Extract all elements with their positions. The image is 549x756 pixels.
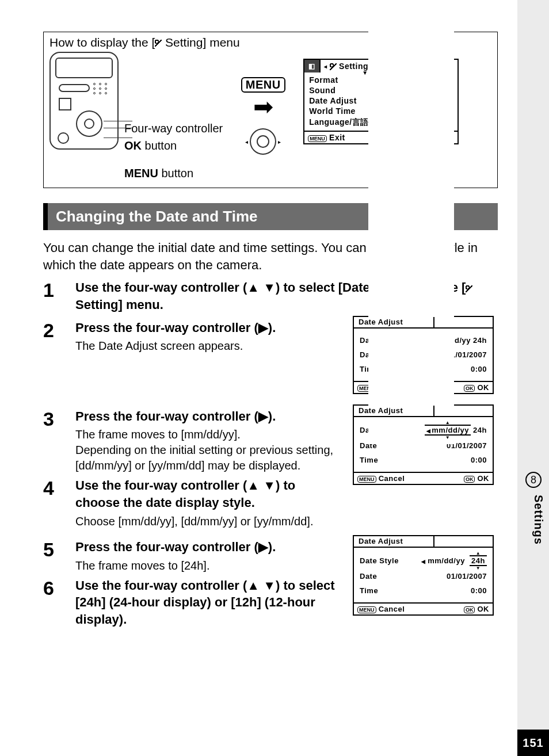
down-triangle-icon — [263, 478, 276, 492]
lcd-time-value: 0:00 — [471, 365, 487, 373]
lcd-row-time-label: Time — [360, 456, 378, 464]
lcd-time-value: 0:00 — [471, 456, 487, 464]
fourway-label: Four-way controller — [124, 120, 223, 137]
step-number: 3 — [43, 408, 63, 474]
step-desc: Choose [mm/dd/yy], [dd/mm/yy] or [yy/mm/… — [75, 514, 342, 529]
wrench-icon — [330, 62, 337, 71]
ok-suffix: button — [142, 139, 177, 152]
menu-item-format: Format — [309, 75, 338, 85]
chapter-title: Settings — [532, 495, 545, 545]
step-heading: Press the four-way controller (). — [75, 408, 342, 425]
lcd-ok: OK — [478, 605, 490, 613]
exit-label: Exit — [329, 133, 345, 142]
wrench-icon — [466, 280, 472, 295]
menu-item-date-adjust: Date Adjust — [309, 96, 357, 105]
step-number: 5 — [43, 539, 63, 574]
step-desc: The frame moves to [mm/dd/yy]. Depending… — [75, 427, 342, 474]
up-triangle-icon — [247, 478, 260, 492]
lcd-title: Date Adjust — [354, 317, 434, 327]
menu-suffix: button — [158, 167, 193, 180]
menu-item-world-time: World Time — [309, 106, 356, 116]
menu-item-language: Language/言語 — [309, 117, 369, 128]
setting-page-indicator: 1/3 — [368, 0, 454, 444]
wrench-icon — [155, 36, 162, 49]
ok-pill-icon: OK — [464, 385, 475, 392]
lcd-hour-value: 24h — [473, 426, 487, 434]
right-triangle-icon — [258, 409, 268, 423]
right-triangle-icon — [258, 540, 268, 554]
ok-pill-icon: OK — [464, 476, 475, 483]
step-number: 1 — [43, 279, 63, 313]
lcd-row-date-label: Date — [360, 572, 377, 581]
step-number: 2 — [43, 319, 63, 354]
lcd-row-style-label: Date Style — [360, 556, 399, 565]
camera-tab-icon: ◧ — [304, 60, 321, 72]
step-desc: The frame moves to [24h]. — [75, 558, 342, 574]
lcd-cancel: Cancel — [379, 474, 405, 483]
howto-title-prefix: How to display the [ — [49, 36, 155, 49]
up-triangle-icon — [247, 578, 260, 593]
down-caret-icon: ▼ — [362, 70, 368, 76]
lcd-date-value: 01/01/2007 — [447, 572, 487, 581]
menu-pill-icon: MENU — [357, 476, 376, 483]
date-adjust-preview-2: Date Adjust Date Style ▲ ◀mm/dd/yy ▼ 24h — [353, 404, 494, 485]
up-triangle-icon — [247, 280, 260, 295]
step-heading: Use the four-way controller ( ) to selec… — [75, 577, 342, 628]
date-adjust-preview-3: Date Adjust Date Style ◀ mm/dd/yy ▲ 24h … — [353, 535, 494, 616]
chapter-number-badge: 8 — [525, 472, 542, 488]
setting-menu-preview: ◧ ◂ Setting 1/3 ▼ Format Sound — [303, 59, 459, 144]
right-triangle-icon — [258, 320, 268, 335]
ok-pill-icon: OK — [464, 606, 475, 613]
lcd-time-value: 0:00 — [471, 586, 487, 595]
step-heading: Use the four-way controller ( ) to choos… — [75, 477, 342, 511]
lcd-hour-highlight: ▲ 24h ▼ — [470, 555, 487, 566]
step-number: 6 — [43, 577, 63, 628]
step-number: 4 — [43, 477, 63, 529]
ok-label: OK — [124, 139, 142, 152]
step-desc: The Date Adjust screen appears. — [75, 338, 342, 354]
lcd-hour-value: 24h — [473, 336, 487, 345]
lcd-cancel: Cancel — [379, 605, 405, 613]
lcd-row-time-label: Time — [360, 586, 378, 595]
lcd-style-value: mm/dd/yy — [428, 556, 465, 565]
step-heading: Press the four-way controller (). — [75, 319, 342, 337]
camera-back-illustration — [49, 52, 119, 150]
menu-button-graphic: MENU — [241, 77, 285, 93]
howto-box: How to display the [ Setting] menu F — [43, 32, 498, 188]
page-number: 151 — [517, 730, 549, 756]
lcd-ok: OK — [478, 383, 490, 392]
menu-pill-icon: MENU — [357, 606, 376, 613]
howto-title-suffix: Setting] menu — [162, 36, 239, 49]
lcd-style-highlight: ▲ ◀mm/dd/yy ▼ — [425, 425, 471, 436]
down-triangle-icon — [263, 280, 276, 295]
down-triangle-icon — [263, 578, 276, 593]
menu-label: MENU — [124, 167, 158, 180]
arrow-right-icon: ➡ — [228, 95, 298, 119]
lcd-title: Date Adjust — [354, 406, 434, 416]
lcd-title: Date Adjust — [354, 536, 434, 547]
lcd-ok: OK — [478, 474, 490, 483]
side-tab: 8 Settings 151 — [517, 0, 549, 756]
menu-pill-icon: MENU — [308, 135, 327, 142]
menu-item-sound: Sound — [309, 86, 336, 95]
dpad-illustration: ◂▸ — [250, 128, 276, 155]
step-heading: Press the four-way controller (). — [75, 539, 342, 556]
